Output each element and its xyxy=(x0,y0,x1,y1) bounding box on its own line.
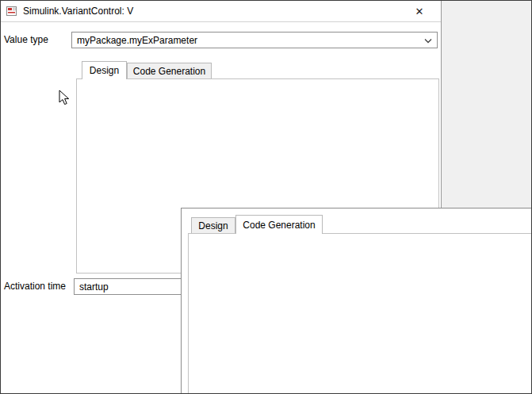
screenshot-root: Simulink.VariantControl: V ✕ Value type … xyxy=(0,0,532,394)
activation-time-label: Activation time xyxy=(4,278,66,295)
title-bar: Simulink.VariantControl: V ✕ xyxy=(1,1,441,22)
tab-code-generation[interactable]: Code Generation xyxy=(127,63,212,78)
tab-code-generation[interactable]: Code Generation xyxy=(235,215,323,234)
mouse-cursor-icon xyxy=(59,90,70,105)
tab-design[interactable]: Design xyxy=(82,61,127,79)
value-type-label: Value type xyxy=(4,32,48,48)
dialog-icon xyxy=(6,5,18,17)
chevron-down-icon xyxy=(424,39,432,44)
code-generation-tab-pane xyxy=(188,233,531,393)
tab-design[interactable]: Design xyxy=(191,217,235,233)
close-icon[interactable]: ✕ xyxy=(408,3,431,20)
value-type-value: myPackage.myExParameter xyxy=(77,35,197,46)
code-generation-panel: Design Code Generation Storage class: my… xyxy=(181,208,531,393)
activation-time-value: startup xyxy=(79,281,109,293)
value-type-combo[interactable]: myPackage.myExParameter xyxy=(71,32,438,48)
window-title: Simulink.VariantControl: V xyxy=(23,1,133,21)
